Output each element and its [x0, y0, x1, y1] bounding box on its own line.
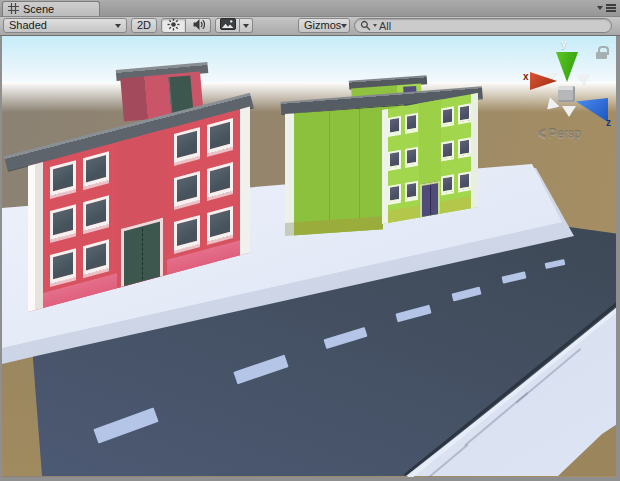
search-input[interactable] — [379, 20, 605, 32]
red-building-door — [121, 218, 163, 287]
window — [174, 215, 200, 251]
entrance-column — [419, 100, 441, 218]
corner-pillar — [471, 93, 478, 208]
green-building-door — [420, 181, 440, 218]
window — [441, 106, 454, 125]
window — [83, 239, 109, 275]
grid-icon — [8, 3, 19, 16]
window — [50, 248, 76, 284]
axis-cone-white[interactable] — [576, 69, 593, 87]
magnifier-icon — [360, 17, 371, 35]
green-building-side-wall[interactable] — [285, 107, 383, 236]
effects-toggle-button[interactable] — [215, 18, 240, 33]
tab-scene[interactable]: Scene — [2, 1, 100, 16]
chevron-down-icon — [115, 24, 121, 28]
padlock-icon[interactable] — [596, 46, 608, 60]
audio-toggle-button[interactable] — [186, 18, 211, 33]
window — [207, 118, 233, 154]
persp-arrow-icon: < — [538, 124, 546, 144]
green-building[interactable] — [382, 93, 478, 224]
window-row — [441, 94, 472, 133]
window-row — [388, 172, 419, 211]
gizmos-label: Gizmos — [304, 19, 341, 32]
window — [50, 160, 76, 196]
gizmos-dropdown[interactable]: Gizmos — [298, 18, 350, 33]
scene-search-field[interactable] — [354, 18, 612, 33]
window — [458, 103, 471, 122]
hamburger-menu-icon — [606, 4, 616, 12]
effects-dropdown-button[interactable] — [240, 18, 253, 33]
window — [458, 171, 471, 190]
axis-y-cone[interactable] — [556, 52, 578, 82]
chevron-down-icon — [597, 6, 603, 10]
window — [207, 206, 233, 242]
tab-label: Scene — [23, 3, 54, 15]
2d-toggle-button[interactable]: 2D — [131, 18, 157, 33]
axis-z-cone[interactable] — [576, 98, 608, 122]
draw-mode-dropdown[interactable]: Shaded — [3, 18, 127, 33]
scene-viewport[interactable]: y x z < Persp — [2, 36, 616, 477]
window-row — [388, 104, 419, 143]
axis-z-label: z — [606, 117, 611, 128]
window — [174, 171, 200, 207]
scene-panel: Scene Shaded 2D — [0, 0, 620, 481]
lighting-toggle-button[interactable] — [161, 18, 186, 33]
entrance-column — [117, 129, 167, 288]
window-row — [388, 138, 419, 177]
corner-pillar — [240, 107, 250, 256]
window — [388, 149, 401, 168]
window — [458, 137, 471, 156]
window — [441, 140, 454, 159]
scene-frame: y x z < Persp — [0, 36, 620, 481]
tab-bar: Scene — [0, 0, 620, 17]
window — [83, 152, 109, 188]
window — [405, 146, 418, 165]
chevron-down-icon — [373, 24, 377, 27]
projection-label: Persp — [549, 127, 582, 141]
scene-toolbar: Shaded 2D — [0, 17, 620, 36]
window — [83, 195, 109, 231]
window — [207, 162, 233, 198]
window — [50, 204, 76, 240]
draw-mode-label: Shaded — [9, 19, 47, 32]
image-icon — [220, 18, 236, 33]
window — [441, 174, 454, 193]
panel-menu-button[interactable] — [597, 4, 616, 12]
window — [405, 112, 418, 131]
window-row — [441, 128, 472, 167]
axis-x-label: x — [523, 71, 529, 82]
window — [388, 115, 401, 134]
window — [174, 127, 200, 163]
chevron-down-icon — [341, 24, 347, 28]
gizmo-center-cube[interactable] — [558, 86, 575, 102]
projection-toggle[interactable]: < Persp — [538, 126, 581, 141]
speaker-icon — [192, 18, 205, 34]
sun-icon — [167, 18, 180, 34]
chevron-down-icon — [243, 24, 249, 28]
window-row — [441, 162, 472, 201]
axis-cone-white[interactable] — [562, 106, 576, 117]
corner-pillar — [28, 162, 43, 312]
window — [405, 180, 418, 199]
axis-y-label: y — [561, 38, 567, 49]
window — [388, 183, 401, 202]
